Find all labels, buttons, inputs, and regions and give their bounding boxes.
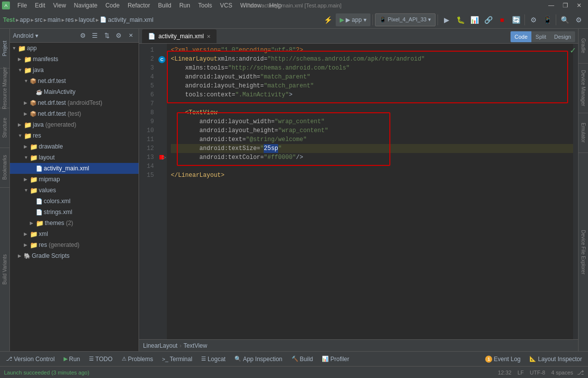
design-view-button[interactable]: Design (550, 31, 575, 42)
panel-settings-button[interactable]: ⚙ (78, 31, 88, 41)
tree-item-themes[interactable]: ▶ 📁 themes (2) (10, 218, 139, 228)
menu-view[interactable]: View (50, 0, 70, 11)
menu-tools[interactable]: Tools (195, 0, 216, 11)
android-dropdown[interactable]: Android ▾ (13, 32, 76, 39)
layout-inspector-tab[interactable]: 📐 Layout Inspector (525, 353, 586, 366)
layout-inspector-icon: 📐 (529, 356, 536, 362)
breadcrumb-test[interactable]: Test (3, 16, 15, 23)
project-tab[interactable]: Project (0, 29, 9, 69)
problems-tab[interactable]: ⚠ Problems (118, 353, 157, 366)
status-lf[interactable]: LF (515, 370, 526, 376)
tab-close-button[interactable]: ✕ (207, 34, 211, 39)
close-button[interactable]: ✕ (572, 0, 586, 11)
profiler-tab[interactable]: 📊 Profiler (318, 353, 353, 366)
avd-manager-button[interactable]: 📱 (541, 13, 554, 26)
run-with-coverage-button[interactable]: 📊 (468, 13, 481, 26)
event-log-badge: 1 (485, 356, 492, 363)
tree-item-package-test[interactable]: ▶ 📦 net.drf.test (test) (10, 108, 139, 119)
tree-item-gradle-scripts[interactable]: ▶ 🐘 Gradle Scripts (10, 250, 139, 261)
code-line-11: android:text="@string/welcome" (171, 135, 573, 144)
breadcrumb-src[interactable]: src (35, 16, 43, 23)
vertical-scrollbar[interactable] (573, 44, 578, 339)
breadcrumb-main[interactable]: main (48, 16, 61, 23)
tree-item-colors-xml[interactable]: 📄 colors.xml (10, 196, 139, 207)
sync-button[interactable]: ⚡ (322, 13, 335, 26)
breadcrumb-textview[interactable]: TextView (183, 342, 207, 349)
status-encoding[interactable]: UTF-8 (528, 370, 547, 376)
structure-tab[interactable]: Structure (0, 108, 9, 148)
logcat-tab[interactable]: ☰ Logcat (197, 353, 229, 366)
app-run-dropdown[interactable]: ▶ ▶ app ▾ (336, 13, 370, 26)
version-control-tab[interactable]: ⎇ Version Control (2, 353, 59, 366)
tree-item-res[interactable]: ▼ 📁 res (10, 130, 139, 141)
tree-item-activity-main-xml[interactable]: 📄 activity_main.xml (10, 163, 139, 174)
bookmarks-tab[interactable]: Bookmarks (0, 148, 9, 188)
build-tab[interactable]: 🔨 Build (288, 353, 317, 366)
gradle-tab[interactable]: Gradle (579, 29, 588, 64)
menu-edit[interactable]: Edit (31, 0, 49, 11)
menu-vcs[interactable]: VCS (217, 0, 236, 11)
tree-item-package-androidtest[interactable]: ▶ 📦 net.drf.test (androidTest) (10, 97, 139, 108)
tree-item-mainactivity[interactable]: ☕ MainActivity (10, 86, 139, 97)
breadcrumb-layout[interactable]: layout (79, 16, 95, 23)
tab-filename: activity_main.xml (158, 33, 204, 40)
tree-item-manifests[interactable]: ▶ 📁 manifests (10, 54, 139, 65)
panel-compact-button[interactable]: ⇅ (102, 31, 112, 41)
run-button[interactable]: ▶ (440, 13, 453, 26)
status-line-col[interactable]: 12:32 (496, 370, 514, 376)
breadcrumb-arrow: › (179, 342, 181, 349)
minimize-button[interactable]: — (544, 0, 558, 11)
event-log-tab[interactable]: 1 Event Log (481, 353, 524, 366)
debug-button[interactable]: 🐛 (454, 13, 467, 26)
tree-item-strings-xml[interactable]: 📄 strings.xml (10, 207, 139, 218)
breadcrumb-app[interactable]: app (20, 16, 30, 23)
breadcrumb-linearlayout[interactable]: LinearLayout (143, 342, 177, 349)
breadcrumb-res[interactable]: res (66, 16, 74, 23)
stop-button[interactable]: ■ (496, 13, 509, 26)
tree-item-layout[interactable]: ▼ 📁 layout (10, 152, 139, 163)
menu-navigate[interactable]: Navigate (71, 0, 101, 11)
search-everywhere-button[interactable]: 🔍 (558, 13, 571, 26)
tree-item-java-generated[interactable]: ▶ 📁 java (generated) (10, 119, 139, 130)
tree-item-res-generated[interactable]: ▶ 📁 res (generated) (10, 239, 139, 250)
menu-file[interactable]: File (14, 0, 30, 11)
resource-manager-tab[interactable]: Resource Manager (0, 69, 9, 108)
device-file-explorer-tab[interactable]: Device File Explorer (579, 153, 588, 351)
todo-tab[interactable]: ☰ TODO (85, 353, 116, 366)
active-tab[interactable]: 📄 activity_main.xml ✕ (142, 29, 217, 43)
settings-button[interactable]: ⚙ (572, 13, 585, 26)
sync-project-button[interactable]: 🔄 (510, 13, 522, 26)
editor-breadcrumb-bar: LinearLayout › TextView (139, 339, 578, 351)
device-manager-tab[interactable]: Device Manager (579, 64, 588, 113)
maximize-button[interactable]: ❐ (558, 0, 572, 11)
panel-layout-button[interactable]: ☰ (90, 31, 100, 41)
run-tab[interactable]: ▶ Run (60, 353, 84, 366)
tree-item-java[interactable]: ▼ 📁 java (10, 65, 139, 76)
todo-label: TODO (95, 356, 112, 363)
code-view-button[interactable]: Code (511, 31, 531, 42)
menu-refactor[interactable]: Refactor (124, 0, 153, 11)
emulator-tab[interactable]: Emulator (579, 113, 588, 153)
sdk-manager-button[interactable]: ⚙ (527, 13, 540, 26)
terminal-tab[interactable]: >_ Terminal (158, 353, 196, 366)
problems-icon: ⚠ (122, 356, 127, 362)
tree-item-app[interactable]: ▼ 📁 app (10, 43, 139, 54)
panel-config-button[interactable]: ⚙ (114, 31, 124, 41)
menu-code[interactable]: Code (102, 0, 123, 11)
breakpoint-indicator-2[interactable]: C (158, 56, 165, 63)
tree-item-package-main[interactable]: ▼ 📦 net.drf.test (10, 76, 139, 86)
tree-item-drawable[interactable]: ▶ 📁 drawable (10, 141, 139, 152)
tree-item-values[interactable]: ▼ 📁 values (10, 185, 139, 196)
tree-item-xml[interactable]: ▶ 📁 xml (10, 228, 139, 239)
code-content[interactable]: <?xml version="1.0" encoding="utf-8"?> <… (167, 44, 573, 339)
split-view-button[interactable]: Split (531, 31, 550, 42)
status-indent[interactable]: 4 spaces (549, 370, 575, 376)
attach-debugger-button[interactable]: 🔗 (482, 13, 495, 26)
app-inspection-tab[interactable]: 🔍 App Inspection (230, 353, 286, 366)
menu-build[interactable]: Build (154, 0, 175, 11)
device-selector[interactable]: 📱 Pixel_4_API_33 ▾ (375, 13, 436, 26)
build-variants-tab[interactable]: Build Variants (0, 188, 9, 351)
panel-close-button[interactable]: ✕ (126, 31, 136, 41)
tree-item-mipmap[interactable]: ▶ 📁 mipmap (10, 174, 139, 185)
menu-run[interactable]: Run (176, 0, 194, 11)
